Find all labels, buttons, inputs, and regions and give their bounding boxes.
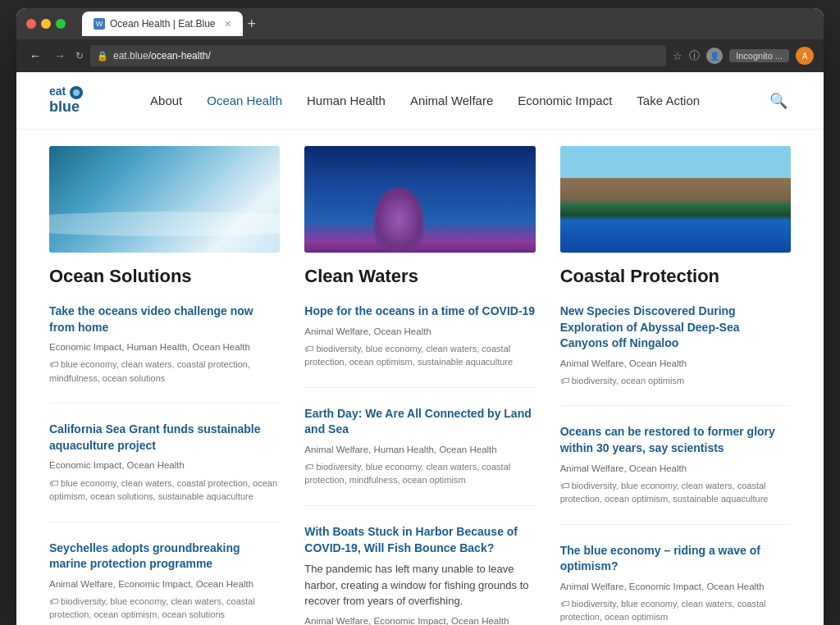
column-ocean-solutions: Ocean Solutions Take the oceans video ch… [49,146,280,625]
article-categories-hope-covid: Animal Welfare, Ocean Health [304,325,535,338]
ocean-waves-image [49,146,280,253]
back-button[interactable]: ← [26,48,44,64]
article-categories-video-challenge: Economic Impact, Human Health, Ocean Hea… [49,340,280,354]
column-coastal-protection: Coastal Protection New Species Discovere… [560,146,791,625]
article-link-video-challenge[interactable]: Take the oceans video challenge now from… [49,303,280,335]
article-categories-seychelles: Animal Welfare, Economic Impact, Ocean H… [49,577,280,591]
address-bar-actions: ☆ ⓘ 👤 Incognito ... A [673,47,814,65]
article-tags-oceans-restored: 🏷 biodiversity, blue economy, clean wate… [560,479,791,506]
tab-title: Ocean Health | Eat.Blue [110,18,216,30]
tab-favicon: W [94,18,105,30]
nav-ocean-health[interactable]: Ocean Health [207,94,282,107]
nav-human-health[interactable]: Human Health [307,94,386,107]
bookmark-icon[interactable]: ☆ [673,50,682,62]
coral-image [304,146,535,253]
article-tags-blue-economy: 🏷 biodiversity, blue economy, clean wate… [560,597,791,624]
logo-dot-icon [70,86,83,99]
title-bar: W Ocean Health | Eat.Blue ✕ + [16,8,824,39]
forward-button[interactable]: → [51,48,69,64]
article-categories-new-species: Animal Welfare, Ocean Health [560,357,791,370]
lock-icon: 🔒 [97,51,108,62]
article-link-seychelles[interactable]: Seychelles adopts groundbreaking marine … [49,541,280,573]
active-tab[interactable]: W Ocean Health | Eat.Blue ✕ [82,11,243,36]
article-excerpt-boats-harbor: The pandemic has left many unable to lea… [304,561,535,609]
column-title-ocean-solutions: Ocean Solutions [49,266,280,287]
browser-window: W Ocean Health | Eat.Blue ✕ + ← → ↻ 🔒 ea… [16,8,824,625]
article-blue-economy: The blue economy – riding a wave of opti… [560,543,791,625]
main-nav: About Ocean Health Human Health Animal W… [150,94,700,107]
address-bar: ← → ↻ 🔒 eat.blue/ocean-health/ ☆ ⓘ 👤 Inc… [16,39,824,72]
search-button[interactable]: 🔍 [766,89,791,113]
column-clean-waters: Clean Waters Hope for the oceans in a ti… [304,146,535,625]
nav-about[interactable]: About [150,94,182,107]
article-tags-hope-covid: 🏷 biodiversity, blue economy, clean wate… [304,342,535,369]
close-button[interactable] [26,19,36,29]
content-area: Ocean Solutions Take the oceans video ch… [16,130,824,625]
logo-blue: blue [49,99,84,116]
logo-eat: eat [49,85,84,98]
site-logo[interactable]: eat blue [49,85,84,115]
incognito-avatar: 👤 [706,48,723,64]
incognito-label: Incognito ... [736,51,783,61]
traffic-lights [26,19,66,29]
article-link-new-species[interactable]: New Species Discovered During Exploratio… [560,303,791,352]
article-link-sea-grant[interactable]: California Sea Grant funds sustainable a… [49,422,280,454]
article-tags-earth-day: 🏷 biodiversity, blue economy, clean wate… [304,460,535,487]
nav-economic-impact[interactable]: Economic Impact [518,94,612,107]
refresh-button[interactable]: ↻ [75,50,84,62]
url-protocol: eat.blue/ocean-health/ [113,50,211,62]
article-oceans-restored: Oceans can be restored to former glory w… [560,424,791,524]
article-earth-day: Earth Day: We Are All Connected by Land … [304,406,535,506]
nav-animal-welfare[interactable]: Animal Welfare [410,94,493,107]
article-seychelles: Seychelles adopts groundbreaking marine … [49,541,280,625]
article-categories-sea-grant: Economic Impact, Ocean Health [49,458,280,472]
article-categories-boats-harbor: Animal Welfare, Economic Impact, Ocean H… [304,614,535,625]
article-tags-seychelles: 🏷 biodiversity, blue economy, clean wate… [49,595,280,622]
article-hope-covid: Hope for the oceans in a time of COVID-1… [304,303,535,388]
article-boats-harbor: With Boats Stuck in Harbor Because of CO… [304,524,535,625]
maximize-button[interactable] [56,19,66,29]
article-categories-blue-economy: Animal Welfare, Economic Impact, Ocean H… [560,580,791,593]
article-categories-oceans-restored: Animal Welfare, Ocean Health [560,462,791,475]
website-content: eat blue About Ocean Health Human Health… [16,72,824,625]
article-link-earth-day[interactable]: Earth Day: We Are All Connected by Land … [304,406,535,438]
nav-take-action[interactable]: Take Action [637,94,700,107]
profile-circle[interactable]: A [796,47,814,65]
info-icon[interactable]: ⓘ [689,48,700,63]
incognito-badge: Incognito ... [729,49,789,62]
site-header: eat blue About Ocean Health Human Health… [16,72,824,130]
new-tab-button[interactable]: + [248,16,257,31]
article-sea-grant: California Sea Grant funds sustainable a… [49,422,280,522]
article-new-species: New Species Discovered During Exploratio… [560,303,791,406]
article-categories-earth-day: Animal Welfare, Human Health, Ocean Heal… [304,443,535,456]
article-link-hope-covid[interactable]: Hope for the oceans in a time of COVID-1… [304,303,535,320]
column-title-coastal-protection: Coastal Protection [560,266,791,287]
url-bar[interactable]: 🔒 eat.blue/ocean-health/ [90,45,666,66]
coastal-image [560,146,791,253]
tab-close-icon[interactable]: ✕ [224,19,231,30]
article-tags-sea-grant: 🏷 blue economy, clean waters, coastal pr… [49,477,280,504]
article-link-blue-economy[interactable]: The blue economy – riding a wave of opti… [560,543,791,575]
article-link-boats-harbor[interactable]: With Boats Stuck in Harbor Because of CO… [304,524,535,556]
article-columns: Ocean Solutions Take the oceans video ch… [49,146,791,625]
minimize-button[interactable] [41,19,51,29]
url-domain: eat.blue [113,50,148,62]
article-tags-new-species: 🏷 biodiversity, ocean optimism [560,374,791,388]
tab-bar: W Ocean Health | Eat.Blue ✕ + [82,11,814,36]
column-title-clean-waters: Clean Waters [304,266,535,287]
article-tags-video-challenge: 🏷 blue economy, clean waters, coastal pr… [49,358,280,385]
url-path: /ocean-health/ [148,50,211,62]
article-video-challenge: Take the oceans video challenge now from… [49,303,280,404]
article-link-oceans-restored[interactable]: Oceans can be restored to former glory w… [560,424,791,456]
